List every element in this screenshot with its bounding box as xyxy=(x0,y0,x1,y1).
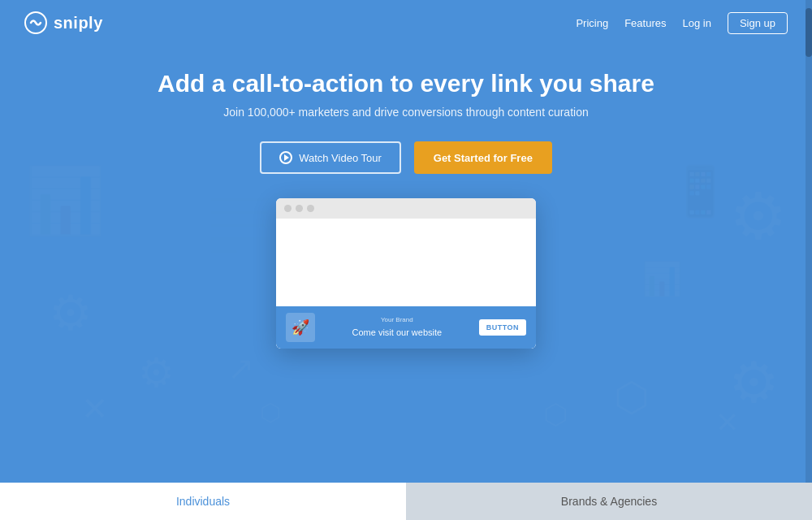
browser-dot-1 xyxy=(284,205,292,212)
rocket-icon: 🚀 xyxy=(292,318,309,336)
logo-area: sniply xyxy=(24,11,103,34)
cta-brand-label: Your Brand xyxy=(323,316,471,323)
get-started-button[interactable]: Get Started for Free xyxy=(414,141,552,174)
nav-links: Pricing Features Log in Sign up xyxy=(576,12,788,34)
watch-video-button[interactable]: Watch Video Tour xyxy=(260,141,401,174)
cta-message: Come visit our website xyxy=(352,327,443,337)
play-triangle-icon xyxy=(284,154,289,161)
logo-icon xyxy=(24,11,47,34)
cta-icon-box: 🚀 xyxy=(286,313,315,342)
hero-subtitle: Join 100,000+ marketers and drive conver… xyxy=(0,106,812,119)
cta-text-area: Your Brand Come visit our website xyxy=(323,316,471,339)
hero-title: Add a call-to-action to every link you s… xyxy=(0,70,812,98)
nav-login[interactable]: Log in xyxy=(682,17,710,29)
tab-individuals[interactable]: Individuals xyxy=(0,483,406,520)
cta-preview-button[interactable]: BUTTON xyxy=(479,319,526,336)
browser-mockup: 🚀 Your Brand Come visit our website BUTT… xyxy=(276,198,536,349)
nav-pricing[interactable]: Pricing xyxy=(576,17,608,29)
bottom-tabs: Individuals Brands & Agencies xyxy=(0,483,812,520)
browser-dot-3 xyxy=(307,205,314,212)
tab-brands-label: Brands & Agencies xyxy=(561,495,657,508)
tab-individuals-label: Individuals xyxy=(176,495,230,508)
signup-button[interactable]: Sign up xyxy=(728,12,788,34)
browser-dot-2 xyxy=(296,205,303,212)
play-circle-icon xyxy=(279,151,292,164)
cta-bar: 🚀 Your Brand Come visit our website BUTT… xyxy=(276,306,536,349)
nav-features[interactable]: Features xyxy=(624,17,666,29)
hero-buttons: Watch Video Tour Get Started for Free xyxy=(0,141,812,174)
navbar: sniply Pricing Features Log in Sign up xyxy=(0,0,812,46)
tab-brands[interactable]: Brands & Agencies xyxy=(406,483,812,520)
browser-titlebar xyxy=(276,198,536,219)
browser-body: 🚀 Your Brand Come visit our website BUTT… xyxy=(276,219,536,349)
watch-video-label: Watch Video Tour xyxy=(299,152,382,164)
logo-text: sniply xyxy=(54,14,103,32)
hero-section: Add a call-to-action to every link you s… xyxy=(0,46,812,349)
